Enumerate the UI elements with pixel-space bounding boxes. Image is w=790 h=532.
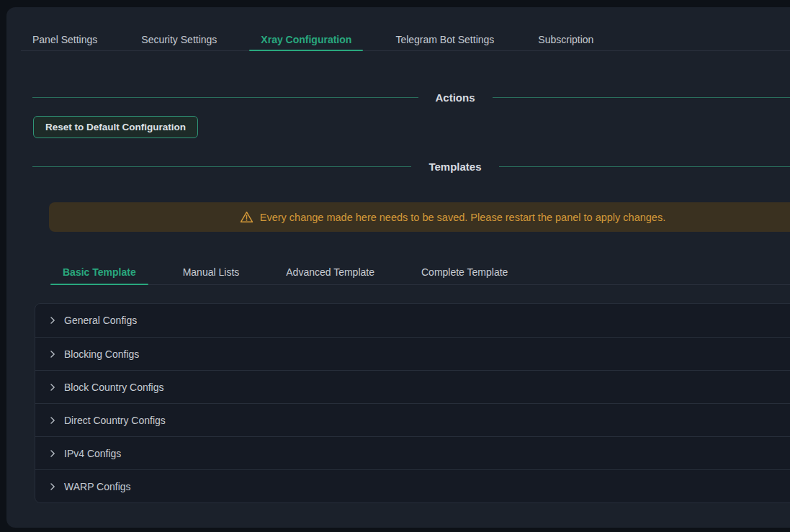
collapse-header-label: Direct Country Configs (64, 415, 166, 426)
settings-card: Panel Settings Security Settings Xray Co… (6, 7, 790, 528)
reset-to-default-button[interactable]: Reset to Default Configuration (33, 116, 198, 138)
tab-panel-settings[interactable]: Panel Settings (21, 29, 109, 50)
collapse-header-general-configs[interactable]: General Configs (35, 304, 790, 337)
tab-telegram-bot-settings[interactable]: Telegram Bot Settings (384, 29, 506, 50)
actions-divider: Actions (32, 91, 790, 104)
collapse-header-label: General Configs (64, 315, 137, 326)
tab-advanced-template[interactable]: Advanced Template (274, 261, 387, 284)
warning-triangle-icon (240, 211, 253, 223)
divider-line (499, 166, 790, 167)
template-tab-bar: Basic Template Manual Lists Advanced Tem… (50, 261, 790, 285)
templates-divider: Templates (32, 161, 790, 173)
warning-message: Every change made here needs to be saved… (260, 212, 665, 223)
config-groups-list: General Configs Blocking Configs Block C… (35, 303, 790, 503)
collapse-header-label: Blocking Configs (64, 348, 139, 360)
templates-section-title: Templates (428, 161, 481, 173)
collapse-header-direct-country-configs[interactable]: Direct Country Configs (35, 403, 790, 436)
collapse-header-block-country-configs[interactable]: Block Country Configs (35, 370, 790, 403)
collapse-header-ipv4-configs[interactable]: IPv4 Configs (35, 436, 790, 469)
tab-basic-template[interactable]: Basic Template (50, 261, 148, 284)
settings-page: Panel Settings Security Settings Xray Co… (0, 0, 790, 532)
collapse-header-blocking-configs[interactable]: Blocking Configs (35, 337, 790, 370)
actions-section-title: Actions (436, 91, 475, 104)
restart-warning-banner: Every change made here needs to be saved… (49, 202, 790, 232)
chevron-right-icon (48, 316, 58, 325)
collapse-header-label: IPv4 Configs (64, 448, 121, 459)
divider-line (32, 166, 411, 167)
chevron-right-icon (48, 482, 58, 491)
divider-line (32, 97, 418, 98)
tab-complete-template[interactable]: Complete Template (409, 261, 520, 284)
divider-line (493, 97, 790, 98)
chevron-right-icon (48, 416, 58, 425)
tab-manual-lists[interactable]: Manual Lists (171, 261, 252, 284)
chevron-right-icon (48, 350, 58, 359)
tab-xray-configuration[interactable]: Xray Configuration (249, 29, 363, 50)
collapse-header-warp-configs[interactable]: WARP Configs (35, 469, 790, 502)
tab-security-settings[interactable]: Security Settings (130, 29, 228, 50)
collapse-header-label: Block Country Configs (64, 382, 164, 393)
chevron-right-icon (48, 449, 58, 458)
chevron-right-icon (48, 383, 58, 392)
collapse-header-label: WARP Configs (64, 481, 131, 492)
main-tab-bar: Panel Settings Security Settings Xray Co… (21, 29, 790, 51)
tab-subscription[interactable]: Subscription (526, 29, 605, 50)
